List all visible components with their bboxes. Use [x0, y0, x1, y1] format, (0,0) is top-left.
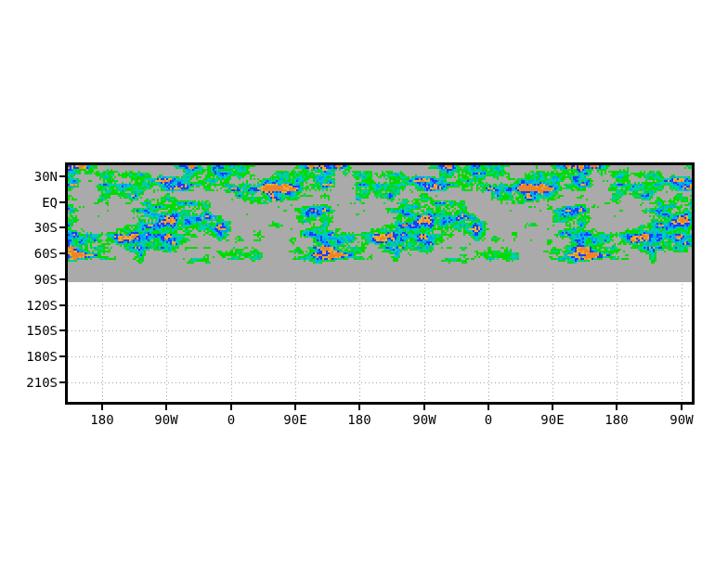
x-tick-label: 90W	[654, 412, 709, 427]
y-tick-label: 90S	[0, 272, 58, 287]
y-tick-label: 60S	[0, 246, 58, 261]
grads-plot-figure: 30NEQ30S60S90S120S150S180S210S 18090W090…	[0, 0, 728, 568]
x-tick	[358, 405, 360, 410]
y-tick-label: 120S	[0, 298, 58, 313]
x-tick-label: 90E	[267, 412, 323, 427]
x-tick	[552, 405, 553, 410]
y-tick-label: EQ	[0, 195, 58, 210]
x-tick-label: 180	[332, 412, 387, 427]
x-tick	[101, 405, 103, 410]
plot-frame	[65, 162, 695, 405]
x-tick-label: 90W	[396, 412, 452, 427]
y-tick-label: 210S	[0, 375, 58, 390]
x-tick	[681, 405, 682, 410]
y-tick	[59, 329, 65, 331]
y-tick-label: 150S	[0, 323, 58, 338]
y-tick	[59, 304, 65, 306]
y-tick	[59, 278, 65, 280]
x-tick	[423, 405, 425, 410]
x-tick-label: 0	[461, 412, 516, 427]
y-tick	[59, 381, 65, 383]
y-tick-label: 30S	[0, 220, 58, 235]
y-tick	[59, 175, 65, 177]
x-tick-label: 90E	[525, 412, 580, 427]
y-tick	[59, 252, 65, 254]
y-tick-label: 180S	[0, 349, 58, 364]
y-tick	[59, 355, 65, 357]
x-tick-label: 180	[74, 412, 130, 427]
x-tick	[488, 405, 489, 410]
x-tick	[294, 405, 296, 410]
x-tick	[616, 405, 618, 410]
x-tick-label: 180	[589, 412, 644, 427]
y-tick	[59, 201, 65, 203]
x-tick-label: 90W	[138, 412, 194, 427]
x-tick-label: 0	[203, 412, 259, 427]
y-tick	[59, 226, 65, 228]
y-tick-label: 30N	[0, 169, 58, 184]
x-tick	[165, 405, 167, 410]
x-tick	[230, 405, 232, 410]
